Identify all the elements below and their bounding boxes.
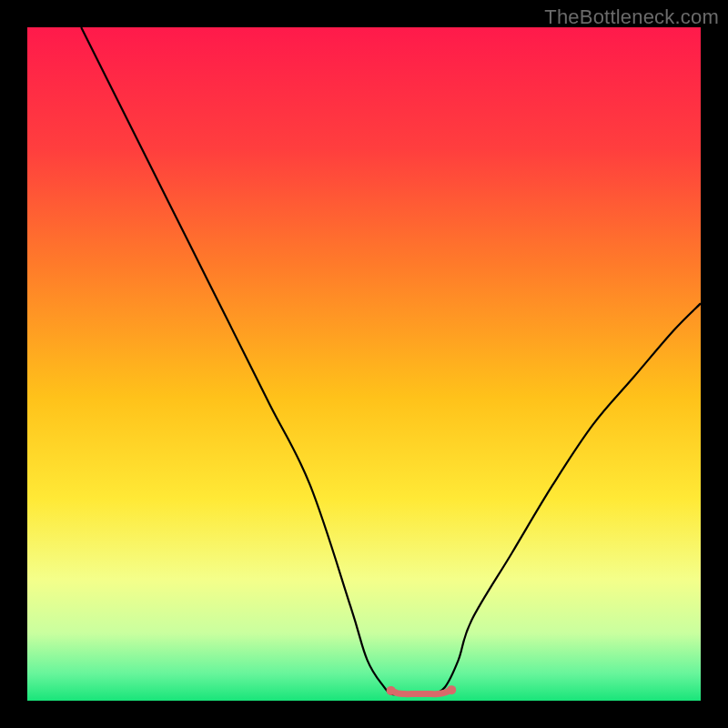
plot-area — [27, 27, 701, 701]
chart-svg — [27, 27, 701, 701]
flat-segment-end-dot — [447, 685, 456, 694]
chart-frame: TheBottleneck.com — [0, 0, 728, 728]
flat-segment-start-dot — [387, 686, 396, 695]
watermark-text: TheBottleneck.com — [544, 5, 719, 29]
chart-background — [27, 27, 701, 701]
